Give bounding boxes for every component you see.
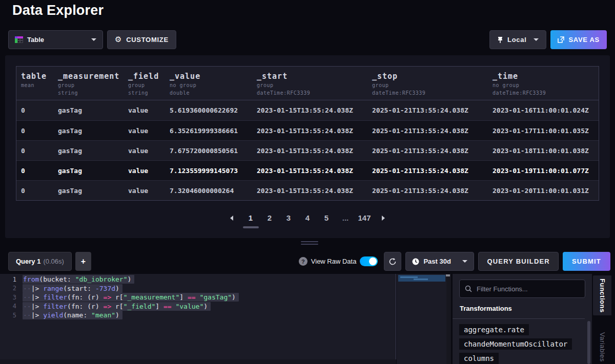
function-item[interactable]: columns (459, 353, 499, 364)
column-meta: string (128, 90, 162, 96)
pagination-page[interactable]: 4 (298, 209, 317, 222)
table-row: 0gasTagvalue7.1235599991450732023-01-15T… (16, 160, 599, 180)
refresh-button[interactable] (384, 252, 401, 271)
column-meta: group (58, 82, 120, 89)
code-token: ·· (23, 293, 31, 301)
resize-drag-handle[interactable] (301, 241, 318, 246)
table-view-icon (15, 36, 23, 43)
line-content: ··|> range(start: -737d) (23, 284, 122, 293)
code-line: 3··|> filter(fn: (r) => r["_measurement"… (0, 293, 396, 302)
pagination-page[interactable]: 2 (260, 209, 279, 222)
help-icon[interactable]: ? (299, 257, 308, 266)
query-toolbar: Query 1 (0.06s) + ? View Raw Data Past 3… (8, 252, 610, 271)
add-query-button[interactable]: + (75, 252, 91, 271)
line-content: ··|> yield(name: "mean") (23, 311, 122, 319)
view-type-dropdown[interactable]: Table (8, 30, 103, 49)
table-cell: 2023-01-16T11:00:01.024Z (488, 106, 599, 114)
view-raw-data-toggle[interactable] (360, 256, 378, 266)
table-cell: 2025-01-21T13:55:24.038Z (367, 127, 488, 135)
editor-scrollbar[interactable] (446, 274, 451, 364)
tab-variables[interactable]: Variables (593, 329, 611, 364)
code-token: ·· (23, 285, 31, 292)
minimap-selection (398, 275, 445, 282)
table-cell: 2023-01-15T13:55:24.038Z (252, 167, 367, 175)
flux-code-editor[interactable]: 1from(bucket: "db_iobroker")2··|> range(… (0, 274, 396, 364)
function-item[interactable]: chandeMomentumOscillator (459, 338, 572, 350)
line-number: 3 (0, 294, 23, 301)
customize-button[interactable]: ⚙ CUSTOMIZE (107, 30, 176, 49)
view-raw-data-group: ? View Raw Data (299, 256, 378, 266)
function-item[interactable]: aggregate.rate (459, 324, 529, 335)
table-cell: 0 (16, 187, 53, 195)
code-token: ·· (23, 311, 31, 319)
column-meta: group (128, 82, 162, 89)
table-cell: value (124, 106, 165, 114)
top-toolbar: Table ⚙ CUSTOMIZE Local SAVE AS (8, 30, 607, 49)
table-cell: 2023-01-19T11:00:01.077Z (488, 167, 599, 175)
table-cell: 0 (16, 127, 53, 135)
code-token: == (163, 303, 172, 310)
line-number: 5 (0, 312, 23, 319)
local-dropdown[interactable]: Local (489, 30, 546, 49)
column-header: _stopgroupdateTime:RFC3339 (367, 67, 488, 100)
column-name: _value (170, 72, 249, 81)
code-token: == (188, 293, 196, 301)
pagination-page[interactable]: 1 (241, 209, 260, 222)
search-icon (465, 285, 472, 292)
code-token: ) (115, 285, 119, 292)
active-page-underline (243, 226, 259, 228)
code-token: |> (31, 311, 43, 319)
line-content: ··|> filter(fn: (r) => r["_field"] == "v… (23, 302, 211, 311)
query-tab[interactable]: Query 1 (0.06s) (8, 252, 72, 271)
query-builder-button[interactable]: QUERY BUILDER (478, 252, 559, 271)
pagination-page[interactable]: 5 (317, 209, 336, 222)
save-as-button[interactable]: SAVE AS (550, 30, 607, 49)
time-range-dropdown[interactable]: Past 30d (405, 252, 474, 271)
table-cell: value (124, 127, 165, 135)
code-token: ] (155, 303, 163, 310)
filter-functions-input[interactable] (477, 285, 580, 293)
column-name: _field (128, 72, 162, 81)
pagination-page[interactable]: 3 (279, 209, 298, 222)
visualization-panel: tablemean_measurementgroupstring_fieldgr… (5, 55, 610, 238)
code-token: "db_iobroker" (75, 275, 128, 283)
table-cell: value (124, 167, 165, 175)
column-meta: dateTime:RFC3339 (257, 90, 364, 96)
local-label: Local (507, 36, 526, 44)
query-tab-duration: (0.06s) (43, 258, 64, 265)
code-token: r[ (111, 303, 123, 310)
editor-minimap[interactable] (397, 274, 451, 364)
view-type-label: Table (27, 36, 87, 44)
functions-list: aggregate.ratechandeMomentumOscillatorco… (453, 321, 585, 364)
column-meta: group (257, 82, 364, 89)
pagination-page[interactable]: 147 (355, 209, 374, 222)
save-as-label: SAVE AS (568, 36, 600, 44)
code-token: "value" (175, 303, 203, 310)
table-cell: value (124, 187, 165, 195)
chevron-right-icon (382, 216, 385, 221)
column-meta: no group (170, 82, 249, 89)
tab-functions[interactable]: Functions (593, 275, 611, 315)
table-cell: gasTag (53, 147, 124, 155)
minimap-slider[interactable] (446, 274, 450, 276)
code-token: ) (232, 293, 236, 301)
code-token: filter (43, 293, 67, 301)
code-token: "mean" (91, 311, 115, 319)
table-cell: 5.619360000622692 (165, 106, 252, 114)
table-row: 0gasTagvalue5.6193600006226922023-01-15T… (16, 100, 599, 120)
table-cell: 0 (16, 147, 53, 155)
code-token: ] (179, 293, 188, 301)
functions-list-scrollbar[interactable] (587, 321, 590, 364)
submit-button[interactable]: SUBMIT (563, 252, 610, 271)
filter-functions-searchbox[interactable] (459, 280, 585, 298)
code-token: r[ (111, 293, 123, 301)
column-header: _timeno groupdateTime:RFC3339 (488, 67, 599, 100)
pagination-prev-button[interactable] (222, 209, 241, 221)
column-meta: string (58, 90, 120, 96)
pagination-next-button[interactable] (374, 209, 393, 221)
table-cell: 2023-01-18T11:00:01.038Z (488, 147, 599, 155)
code-token: "gasTag" (199, 293, 232, 301)
pagination-pages: 12345...147 (241, 209, 374, 222)
column-name: _time (493, 72, 596, 81)
chevron-left-icon (230, 216, 233, 221)
